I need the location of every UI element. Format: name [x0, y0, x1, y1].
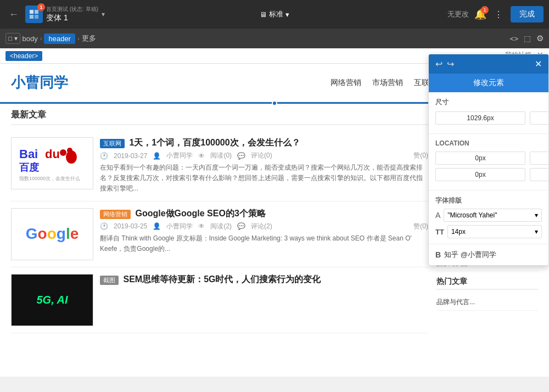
table-row: 5G, AI 截图 SEM思维等待更新：5G时代，人们搜索行为的变化	[11, 267, 428, 333]
article-content-0: 互联网 1天，1个词，百度100000次，会发生什么？ 🕐 2019-03-27…	[100, 137, 428, 194]
size-inputs	[435, 111, 542, 125]
article-thumbnail-0: Bai du 百度 指数100000次，会发生什么	[11, 137, 93, 189]
height-input[interactable]	[530, 111, 549, 125]
font-row: A "Microsoft Yahei" ▾	[435, 209, 542, 222]
device-selector[interactable]: 🖥 标准 ▾	[260, 9, 289, 19]
toolbar-logo: 1	[25, 5, 43, 23]
loc-x2-input[interactable]	[435, 168, 525, 181]
article-views-0: 阅读(0)	[210, 151, 232, 160]
subtitle-text: 首页测试 (状态: 草稿)	[46, 5, 98, 13]
fiveg-text: 5G, AI	[36, 294, 68, 306]
element-select[interactable]: □ ▾	[5, 33, 20, 44]
complete-button[interactable]: 完成	[511, 6, 544, 23]
font-size-select[interactable]: 14px ▾	[447, 225, 542, 238]
articles-main: 最新文章 Bai du 百度	[11, 109, 428, 333]
article-excerpt-0: 在知乎看到一个有趣的问题：一天内百度一个词一万遍，能否变成热词？搜索一个网站几万…	[100, 163, 428, 194]
article-tag-1: 网络营销	[100, 210, 131, 219]
nav-item-1[interactable]: 市场营销	[372, 78, 403, 88]
breadcrumb-arrow-1: ›	[40, 35, 42, 42]
article-likes-0: 赞(0)	[413, 151, 428, 160]
redo-button[interactable]: ↪	[447, 59, 454, 69]
variant-dropdown[interactable]: ▾	[102, 10, 105, 18]
author-icon-1: 👤	[153, 222, 161, 230]
back-button[interactable]: ←	[5, 7, 22, 23]
social-text: 知乎 @小曹同学	[444, 250, 496, 260]
article-content-2: 截图 SEM思维等待更新：5G时代，人们搜索行为的变化	[100, 274, 321, 326]
settings-icon[interactable]: ⚙	[536, 33, 544, 43]
toolbar-right: 无更改 🔔 1 ⋮ 完成	[294, 6, 544, 23]
svg-text:Bai: Bai	[19, 147, 38, 161]
svg-text:指数100000次，会发生什么: 指数100000次，会发生什么	[19, 176, 80, 181]
author-icon: 👤	[153, 152, 161, 160]
popup-location-section: LOCATION	[429, 134, 548, 191]
article-content-1: 网络营销 Google做Google SEO的3个策略 🕐 2019-03-25…	[100, 208, 428, 260]
article-meta-0: 🕐 2019-03-27 👤 小曹同学 👁 阅读(0) 💬 评论(0) 赞(0)	[100, 151, 428, 160]
size-label: 尺寸	[435, 98, 542, 107]
svg-text:百度: 百度	[19, 161, 40, 173]
variant-badge: 1	[37, 3, 45, 11]
edit-element-button[interactable]: 修改元素	[429, 74, 548, 92]
popup-size-section: 尺寸	[429, 92, 548, 134]
article-thumbnail-1: Google	[11, 208, 93, 260]
breadcrumb-header[interactable]: header	[44, 33, 75, 44]
popup-modal: ↩ ↪ ✕ 修改元素 尺寸 LOCATION 字体排版	[428, 54, 549, 266]
article-comments-0: 评论(0)	[251, 151, 272, 160]
location-label: LOCATION	[435, 139, 542, 147]
layout-icon[interactable]: ⬚	[524, 34, 531, 43]
font-size-dropdown-arrow: ▾	[535, 228, 538, 236]
loc-y2-input[interactable]	[530, 168, 549, 181]
font-dropdown-arrow: ▾	[535, 211, 538, 219]
device-icon: 🖥	[260, 10, 267, 19]
code-icon[interactable]: <>	[510, 35, 518, 43]
article-author-0: 小曹同学	[166, 151, 193, 160]
bold-icon: B	[435, 250, 441, 259]
breadcrumb-more[interactable]: 更多	[82, 33, 96, 43]
breadcrumb-right-actions: <> ⬚ ⚙	[510, 33, 544, 43]
variant-info: 首页测试 (状态: 草稿) 变体 1	[46, 5, 98, 23]
notification-badge: 1	[481, 6, 489, 14]
breadcrumb-body[interactable]: body	[23, 35, 38, 43]
article-tag-2: 截图	[100, 276, 119, 285]
undo-button[interactable]: ↩	[435, 59, 442, 69]
table-row: Google 网络营销 Google做Google SEO的3个策略 🕐 201…	[11, 201, 428, 267]
article-title-0[interactable]: 1天，1个词，百度100000次，会发生什么？	[129, 138, 300, 147]
typography-label: 字体排版	[435, 196, 542, 205]
blue-indicator-dot	[272, 100, 277, 106]
article-date-1: 2019-03-25	[114, 222, 147, 230]
notification-btn[interactable]: 🔔 1	[474, 8, 486, 20]
location-row-2	[435, 168, 542, 181]
breadcrumb-arrow-2: ›	[77, 35, 80, 42]
article-title-2[interactable]: SEM思维等待更新：5G时代，人们搜索行为的变化	[123, 275, 321, 284]
header-tag[interactable]: <header>	[5, 51, 42, 61]
loc-x1-input[interactable]	[435, 152, 525, 165]
popup-bottom: B 知乎 @小曹同学	[429, 244, 548, 265]
font-size-label: 14px	[451, 228, 466, 236]
table-row: Bai du 百度 指数100000次，会发生什么	[11, 131, 428, 201]
top-toolbar: ← 1 首页测试 (状态: 草稿) 变体 1 ▾ 🖥 标准 ▾ 无更改 🔔 1	[0, 0, 549, 29]
hot-articles-title: 热门文章	[436, 277, 538, 290]
popup-header: ↩ ↪ ✕	[429, 54, 548, 74]
site-logo: 小曹同学	[11, 73, 68, 92]
loc-y1-input[interactable]	[530, 152, 549, 165]
variant-title: 变体 1	[46, 13, 98, 23]
svg-rect-1	[35, 10, 38, 14]
breadcrumb-bar: □ ▾ body › header › 更多 <> ⬚ ⚙	[0, 29, 549, 48]
article-tag-0: 互联网	[100, 139, 125, 148]
article-views-1: 阅读(2)	[210, 222, 232, 231]
views-icon-1: 👁	[198, 222, 205, 230]
comments-icon-1: 💬	[237, 222, 245, 230]
date-icon-1: 🕐	[100, 222, 108, 230]
comments-icon: 💬	[237, 152, 245, 160]
views-icon: 👁	[198, 152, 205, 160]
popup-header-actions: ↩ ↪	[435, 59, 454, 69]
popup-close-button[interactable]: ✕	[535, 59, 542, 69]
article-meta-1: 🕐 2019-03-25 👤 小曹同学 👁 阅读(2) 💬 评论(2) 赞(0)	[100, 222, 428, 231]
article-title-1[interactable]: Google做Google SEO的3个策略	[135, 209, 265, 218]
section-title: 最新文章	[11, 109, 428, 125]
device-label: 标准	[269, 9, 283, 19]
nav-item-0[interactable]: 网络营销	[330, 78, 361, 88]
width-input[interactable]	[435, 111, 525, 125]
hot-article-title-0[interactable]: 品牌与代言...	[436, 298, 538, 307]
more-button[interactable]: ⋮	[492, 7, 505, 22]
font-family-select[interactable]: "Microsoft Yahei" ▾	[444, 209, 542, 222]
